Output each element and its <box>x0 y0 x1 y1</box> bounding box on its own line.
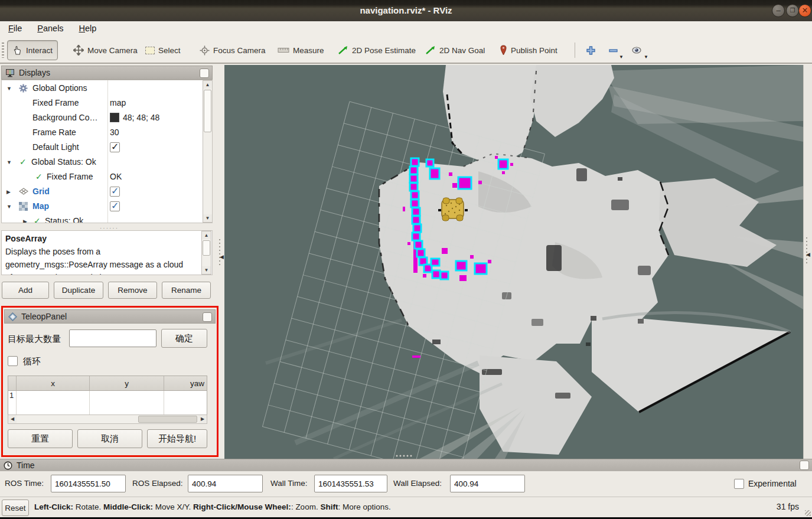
float-panel-button[interactable] <box>800 461 809 470</box>
tree-row-frame-rate[interactable]: Frame Rate 30 <box>2 126 203 141</box>
3d-viewport[interactable] <box>224 65 803 459</box>
tree-scrollbar[interactable]: ▲ ▼ <box>203 80 213 223</box>
row-value[interactable]: 48; 48; 48 <box>123 113 159 122</box>
tree-row-default-light[interactable]: Default Light <box>2 141 203 155</box>
menu-help[interactable]: Help <box>77 24 99 33</box>
add-tool-button[interactable] <box>581 40 601 60</box>
3d-viewport-scene[interactable] <box>224 65 803 459</box>
more-link[interactable]: More… <box>120 273 147 275</box>
column-header-yaw[interactable]: yaw <box>164 376 206 390</box>
description-scrollbar[interactable]: ▲ ▼ <box>201 231 211 275</box>
expander-icon[interactable]: ▼ <box>6 159 12 165</box>
robot-model <box>438 198 468 221</box>
chevron-down-icon[interactable]: ▼ <box>644 54 648 60</box>
description-line: of arrows on the ground plane. More… <box>5 271 194 275</box>
description-line-text: of arrows on the ground plane. <box>5 273 118 275</box>
tree-row-background-color[interactable]: Background Co… 48; 48; 48 <box>2 112 203 126</box>
expander-icon[interactable]: ▼ <box>6 86 12 92</box>
experimental-checkbox[interactable] <box>734 479 744 489</box>
menu-panels[interactable]: Panels <box>35 24 66 33</box>
time-panel-header[interactable]: Time <box>0 459 812 471</box>
resize-grip[interactable] <box>805 510 811 516</box>
table-horizontal-scrollbar[interactable]: ◀ ▶ <box>8 414 207 424</box>
grid-enabled-checkbox[interactable] <box>110 187 120 197</box>
row-value[interactable]: map <box>110 98 126 107</box>
rename-display-button[interactable]: Rename <box>162 282 211 299</box>
scroll-up-button[interactable]: ▲ <box>203 81 212 89</box>
scroll-up-button[interactable]: ▲ <box>202 231 211 239</box>
cell-y[interactable] <box>90 391 164 414</box>
chevron-down-icon[interactable]: ▼ <box>619 54 624 60</box>
row-value: OK <box>110 172 122 181</box>
confirm-button[interactable]: 确定 <box>161 329 207 348</box>
color-swatch[interactable] <box>110 113 119 122</box>
start-navigation-button[interactable]: 开始导航! <box>147 429 207 448</box>
right-panel-splitter[interactable]: ◀ <box>803 65 812 459</box>
scroll-left-button[interactable]: ◀ <box>8 415 17 423</box>
help-bold: Shift <box>320 502 338 511</box>
add-display-button[interactable]: Add <box>2 282 49 299</box>
default-light-checkbox[interactable] <box>110 142 120 152</box>
expander-icon[interactable]: ▼ <box>6 204 12 210</box>
duplicate-display-button[interactable]: Duplicate <box>54 282 103 299</box>
tree-row-map-status[interactable]: ▶ ✓ Status: Ok <box>2 215 203 223</box>
panel-viewport-splitter[interactable]: ◀ <box>219 65 224 459</box>
maximize-button[interactable]: ❐ <box>786 4 799 17</box>
tool-2d-nav-goal[interactable]: 2D Nav Goal <box>420 40 490 60</box>
close-button[interactable]: ✕ <box>798 4 811 17</box>
scrollbar-thumb[interactable] <box>203 240 210 256</box>
loop-checkbox[interactable] <box>8 356 18 366</box>
reset-button[interactable]: Reset <box>2 500 29 516</box>
ros-elapsed-input[interactable] <box>188 475 263 492</box>
cancel-button[interactable]: 取消 <box>77 429 142 448</box>
collapse-right-icon[interactable]: ◀ <box>806 252 811 257</box>
displays-panel-header[interactable]: Displays <box>1 66 213 80</box>
teleop-panel-header[interactable]: TeleopPanel <box>4 309 216 324</box>
displays-tree[interactable]: ▼ Global Options Fixed Frame map Backgro… <box>1 80 213 223</box>
menu-file[interactable]: File <box>6 24 24 33</box>
remove-tool-button[interactable]: ▼ <box>604 40 623 60</box>
tool-move-camera[interactable]: Move Camera <box>69 40 142 60</box>
visibility-tool-button[interactable]: ▼ <box>626 40 647 60</box>
reset-goals-button[interactable]: 重置 <box>8 429 73 448</box>
tool-publish-point[interactable]: Publish Point <box>495 40 562 60</box>
cell-x[interactable] <box>17 391 90 414</box>
float-panel-button[interactable] <box>200 68 209 78</box>
table-row[interactable]: 1 <box>8 391 207 414</box>
float-panel-button[interactable] <box>203 312 212 322</box>
ros-time-input[interactable] <box>51 475 126 492</box>
column-header-y[interactable]: y <box>90 376 164 390</box>
row-value[interactable]: 30 <box>110 128 119 137</box>
scrollbar-thumb[interactable] <box>138 416 197 423</box>
expander-icon[interactable]: ▶ <box>6 189 11 195</box>
toolbar-drag-handle[interactable] <box>2 43 4 58</box>
tree-row-grid[interactable]: ▶ Grid <box>2 185 203 200</box>
tool-focus-camera[interactable]: Focus Camera <box>195 40 270 60</box>
scroll-right-button[interactable]: ▶ <box>198 415 207 423</box>
tool-2d-pose-estimate[interactable]: 2D Pose Estimate <box>333 40 420 60</box>
scroll-down-button[interactable]: ▼ <box>202 266 211 274</box>
tool-interact[interactable]: Interact <box>7 40 58 60</box>
tool-select[interactable]: Select <box>141 40 185 60</box>
tree-row-fixed-frame-status[interactable]: ✓ Fixed Frame OK <box>2 171 203 185</box>
tree-row-global-status[interactable]: ▼ ✓ Global Status: Ok <box>2 156 203 170</box>
tree-row-global-options[interactable]: ▼ Global Options <box>2 82 203 96</box>
tool-label: Publish Point <box>511 46 557 55</box>
tree-row-fixed-frame[interactable]: Fixed Frame map <box>2 97 203 111</box>
wall-elapsed-input[interactable] <box>450 475 525 492</box>
cell-yaw[interactable] <box>164 391 206 414</box>
scroll-down-button[interactable]: ▼ <box>203 214 212 222</box>
display-description-box: PoseArray Displays the poses from a geom… <box>1 230 213 275</box>
tool-measure[interactable]: Measure <box>273 40 329 60</box>
scrollbar-thumb[interactable] <box>204 90 211 132</box>
max-goal-input[interactable] <box>69 329 156 347</box>
expander-icon[interactable]: ▶ <box>23 218 27 223</box>
remove-display-button[interactable]: Remove <box>108 282 157 299</box>
tree-row-map[interactable]: ▼ Map <box>2 200 203 214</box>
help-text: : More options. <box>338 502 390 511</box>
column-header-x[interactable]: x <box>17 376 90 390</box>
waypoint-table[interactable]: x y yaw 1 <box>8 376 207 415</box>
wall-time-input[interactable] <box>314 475 387 492</box>
minimize-button[interactable]: – <box>772 4 785 17</box>
map-enabled-checkbox[interactable] <box>110 201 120 211</box>
